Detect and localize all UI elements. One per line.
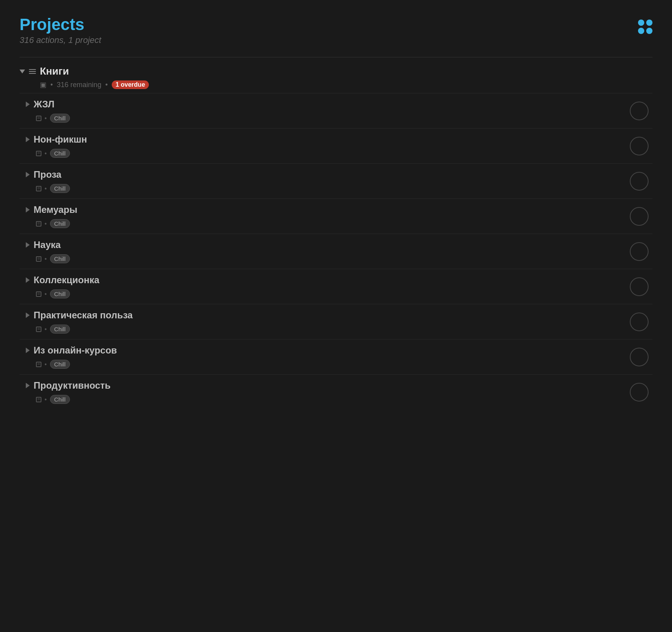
- expand-icon[interactable]: [26, 242, 30, 248]
- item-title-row: Мемуары: [20, 204, 77, 215]
- expand-icon[interactable]: [26, 137, 30, 142]
- list-item-left: Наука • Chill: [20, 239, 70, 263]
- item-name: Наука: [34, 239, 61, 250]
- separator: •: [50, 81, 53, 89]
- collapse-icon[interactable]: [20, 70, 25, 73]
- item-meta: • Chill: [36, 325, 70, 334]
- complete-button[interactable]: [630, 312, 649, 331]
- project-name: Книги: [40, 65, 69, 77]
- note-icon: [36, 291, 41, 297]
- item-meta: • Chill: [36, 254, 70, 263]
- chill-badge[interactable]: Chill: [50, 325, 70, 334]
- dot-separator: •: [45, 291, 47, 298]
- project-section: Книги ▣ • 316 remaining • 1 overdue ЖЗЛ …: [20, 65, 652, 409]
- expand-icon[interactable]: [26, 207, 30, 212]
- complete-button[interactable]: [630, 277, 649, 296]
- item-name: Нон-фикшн: [34, 134, 87, 145]
- item-meta: • Chill: [36, 184, 70, 193]
- list-item: Из онлайн-курсов • Chill: [20, 339, 652, 374]
- complete-button[interactable]: [630, 102, 649, 120]
- chill-badge[interactable]: Chill: [50, 149, 70, 158]
- chill-badge[interactable]: Chill: [50, 184, 70, 193]
- note-icon: [36, 362, 41, 367]
- list-item: Продуктивность • Chill: [20, 374, 652, 409]
- chill-badge[interactable]: Chill: [50, 289, 70, 298]
- item-title-row: Продуктивность: [20, 380, 111, 391]
- note-icon: [36, 256, 41, 262]
- note-icon: [36, 327, 41, 332]
- expand-icon[interactable]: [26, 383, 30, 388]
- expand-icon[interactable]: [26, 348, 30, 353]
- dot-separator: •: [45, 115, 47, 122]
- remaining-label: 316 remaining: [57, 81, 101, 89]
- project-header: Книги: [20, 65, 652, 77]
- complete-button[interactable]: [630, 172, 649, 191]
- list-item-left: Практическая польза • Chill: [20, 310, 133, 334]
- item-name: Практическая польза: [34, 310, 133, 321]
- page-subtitle: 316 actions, 1 project: [20, 35, 101, 45]
- item-title-row: Проза: [20, 169, 61, 180]
- list-item: Нон-фикшн • Chill: [20, 128, 652, 163]
- complete-button[interactable]: [630, 348, 649, 366]
- note-icon: [36, 221, 41, 227]
- chill-badge[interactable]: Chill: [50, 219, 70, 228]
- page-title: Projects: [20, 16, 101, 34]
- reorder-icon[interactable]: [29, 69, 36, 74]
- dot-separator: •: [45, 220, 47, 227]
- dot-separator: •: [45, 361, 47, 368]
- item-name: Продуктивность: [34, 380, 111, 391]
- dot-separator: •: [45, 255, 47, 262]
- list-item-left: Мемуары • Chill: [20, 204, 77, 228]
- list-item-left: Коллекционка • Chill: [20, 275, 99, 298]
- item-meta: • Chill: [36, 219, 70, 228]
- note-icon-project: ▣: [40, 80, 46, 89]
- list-item-left: Проза • Chill: [20, 169, 70, 193]
- note-icon: [36, 186, 41, 191]
- complete-button[interactable]: [630, 137, 649, 155]
- item-title-row: Из онлайн-курсов: [20, 345, 117, 356]
- item-title-row: Практическая польза: [20, 310, 133, 321]
- page-header: Projects 316 actions, 1 project: [20, 16, 652, 45]
- item-meta: • Chill: [36, 360, 70, 369]
- header-divider: [20, 57, 652, 57]
- complete-button[interactable]: [630, 383, 649, 402]
- item-name: Коллекционка: [34, 275, 99, 286]
- expand-icon[interactable]: [26, 277, 30, 283]
- item-meta: • Chill: [36, 114, 70, 123]
- list-item: Коллекционка • Chill: [20, 269, 652, 304]
- complete-button[interactable]: [630, 207, 649, 226]
- item-meta: • Chill: [36, 395, 70, 404]
- list-item-left: ЖЗЛ • Chill: [20, 99, 70, 123]
- note-icon: [36, 151, 41, 156]
- expand-icon[interactable]: [26, 172, 30, 177]
- item-name: Проза: [34, 169, 61, 180]
- item-name: Из онлайн-курсов: [34, 345, 117, 356]
- complete-button[interactable]: [630, 242, 649, 261]
- separator2: •: [105, 81, 107, 89]
- chill-badge[interactable]: Chill: [50, 395, 70, 404]
- list-item-left: Из онлайн-курсов • Chill: [20, 345, 117, 369]
- chill-badge[interactable]: Chill: [50, 114, 70, 123]
- item-title-row: Коллекционка: [20, 275, 99, 286]
- items-list: ЖЗЛ • Chill Нон-фикшн • Chill: [20, 93, 652, 409]
- list-item-left: Нон-фикшн • Chill: [20, 134, 87, 158]
- item-title-row: Наука: [20, 239, 61, 250]
- dot-separator: •: [45, 396, 47, 403]
- item-name: ЖЗЛ: [34, 99, 54, 110]
- item-title-row: Нон-фикшн: [20, 134, 87, 145]
- item-name: Мемуары: [34, 204, 77, 215]
- list-item: Наука • Chill: [20, 234, 652, 269]
- overdue-badge[interactable]: 1 overdue: [112, 80, 149, 89]
- list-item: ЖЗЛ • Chill: [20, 93, 652, 128]
- item-meta: • Chill: [36, 149, 70, 158]
- note-icon: [36, 397, 41, 402]
- expand-icon[interactable]: [26, 312, 30, 318]
- chill-badge[interactable]: Chill: [50, 360, 70, 369]
- dot-separator: •: [45, 150, 47, 157]
- list-item-left: Продуктивность • Chill: [20, 380, 111, 404]
- expand-icon[interactable]: [26, 102, 30, 107]
- dots-icon[interactable]: [638, 20, 652, 34]
- list-item: Мемуары • Chill: [20, 198, 652, 234]
- chill-badge[interactable]: Chill: [50, 254, 70, 263]
- item-title-row: ЖЗЛ: [20, 99, 54, 110]
